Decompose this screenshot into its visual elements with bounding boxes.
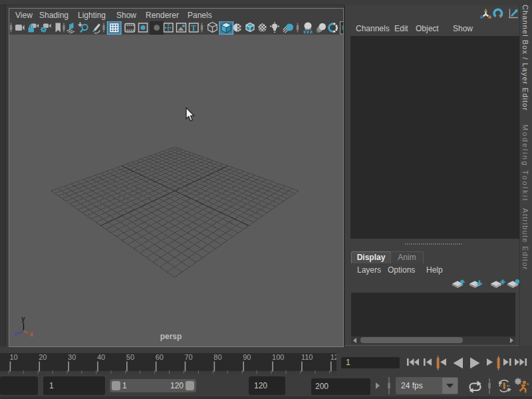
svg-text:T: T bbox=[191, 24, 196, 32]
svg-text:y: y bbox=[21, 315, 25, 323]
